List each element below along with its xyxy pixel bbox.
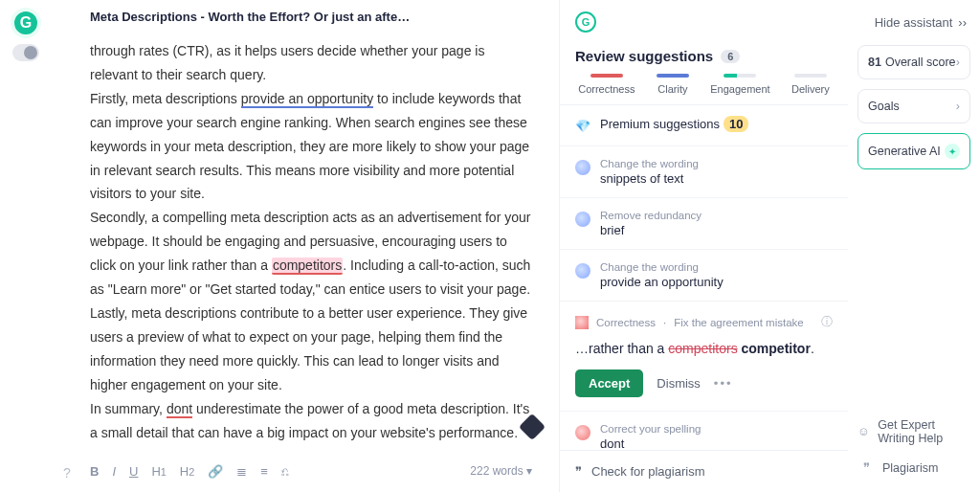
document-title: Meta Descriptions - Worth the Effort? Or…: [90, 10, 532, 24]
bold-button[interactable]: B: [90, 464, 99, 479]
suggestion-row[interactable]: Correct your spellingdont: [560, 412, 848, 450]
grammarly-icon: G: [575, 11, 596, 33]
person-icon: ☺: [858, 425, 870, 438]
word-count[interactable]: 222 words ▾: [470, 464, 532, 478]
text: through rates (CTR), as it helps users d…: [90, 43, 484, 82]
suggestion-row[interactable]: Remove redundancybrief: [560, 198, 848, 250]
assistant-toggle[interactable]: [12, 44, 39, 61]
dismiss-button[interactable]: Dismiss: [657, 376, 701, 391]
quote-icon: ❞: [858, 460, 875, 475]
spelling-underline[interactable]: dont: [167, 401, 192, 418]
overall-score-box[interactable]: 81Overall score ›: [858, 45, 970, 79]
clarity-icon: [575, 160, 590, 175]
expert-help-link[interactable]: ☺ Get Expert Writing Help: [858, 418, 970, 445]
text: Firstly, meta descriptions: [90, 91, 241, 106]
hide-assistant-button[interactable]: Hide assistant››: [858, 10, 970, 35]
link-button[interactable]: 🔗: [208, 464, 223, 479]
chevron-right-icon: ›: [956, 100, 960, 113]
shield-icon: [575, 316, 589, 329]
text: In summary,: [90, 401, 167, 416]
quote-icon: ❞: [575, 464, 582, 479]
active-suggestion-card: Correctness · Fix the agreement mistake …: [560, 302, 848, 412]
chevron-right-icon: ›: [956, 56, 960, 69]
generative-ai-box[interactable]: Generative AI ✦: [858, 133, 970, 169]
help-icon[interactable]: ?: [63, 465, 71, 481]
tab-delivery[interactable]: Delivery: [791, 74, 830, 95]
premium-suggestions-row[interactable]: 💎 Premium suggestions10: [560, 105, 848, 146]
suggestion-count: 6: [721, 50, 740, 63]
tab-engagement[interactable]: Engagement: [710, 74, 769, 95]
ordered-list-button[interactable]: ≣: [236, 464, 247, 479]
more-menu[interactable]: •••: [714, 376, 733, 391]
suggestion-diff: …rather than a competitors competitor.: [575, 341, 833, 356]
document-body[interactable]: through rates (CTR), as it helps users d…: [90, 39, 532, 450]
info-icon[interactable]: ⓘ: [821, 315, 833, 329]
suggestion-row[interactable]: Change the wordingsnippets of text: [560, 146, 848, 198]
underline-button[interactable]: U: [129, 464, 138, 479]
clarity-suggestion-underline[interactable]: provide an opportunity: [241, 91, 374, 108]
suggestion-row[interactable]: Change the wordingprovide an opportunity: [560, 250, 848, 302]
editor-toolbar: B I U H1 H2 🔗 ≣ ≡ ⎌ 222 words ▾: [90, 450, 532, 492]
h2-button[interactable]: H2: [180, 464, 194, 479]
review-title: Review suggestions 6: [560, 44, 848, 74]
tab-correctness[interactable]: Correctness: [578, 74, 635, 95]
tab-clarity[interactable]: Clarity: [657, 74, 689, 95]
text: Lastly, meta descriptions contribute to …: [90, 302, 532, 397]
italic-button[interactable]: I: [112, 464, 116, 479]
plagiarism-link[interactable]: ❞ Plagiarism: [858, 460, 970, 475]
accept-button[interactable]: Accept: [575, 369, 643, 397]
correctness-highlight[interactable]: competitors: [272, 257, 343, 275]
plagiarism-check[interactable]: ❞ Check for plagiarism: [560, 450, 848, 492]
diamond-icon: 💎: [575, 119, 590, 134]
grammarly-logo: G: [11, 8, 41, 38]
clear-format-button[interactable]: ⎌: [281, 464, 289, 479]
h1-button[interactable]: H1: [151, 464, 166, 479]
clarity-icon: [575, 263, 590, 279]
correctness-icon: [575, 425, 590, 440]
goals-box[interactable]: Goals ›: [858, 89, 970, 123]
bulb-icon: ✦: [945, 144, 960, 159]
unordered-list-button[interactable]: ≡: [260, 464, 268, 479]
chevron-right-icon: ››: [958, 15, 967, 30]
clarity-icon: [575, 212, 590, 227]
